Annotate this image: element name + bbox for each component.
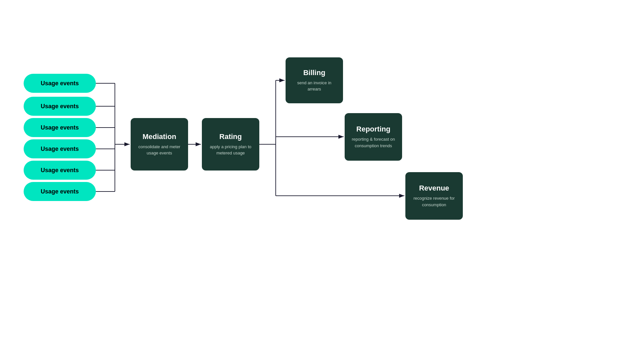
usage-pill-1: Usage events [24,74,96,93]
diagram-container: Usage events Usage events Usage events U… [0,0,644,362]
usage-pill-4: Usage events [24,139,96,158]
rating-box: Rating apply a pricing plan to metered u… [202,118,259,171]
usage-pill-3: Usage events [24,118,96,137]
usage-pill-6: Usage events [24,182,96,201]
billing-box: Billing send an invoice in arrears [286,57,343,103]
usage-pill-2: Usage events [24,97,96,116]
usage-pill-5: Usage events [24,161,96,180]
flow-arrows [0,0,644,362]
reporting-box: Reporting reporting & forecast on consum… [345,113,402,161]
revenue-box: Revenue recognize revenue for consumptio… [405,172,463,220]
mediation-box: Mediation consolidate and meter usage ev… [131,118,188,171]
